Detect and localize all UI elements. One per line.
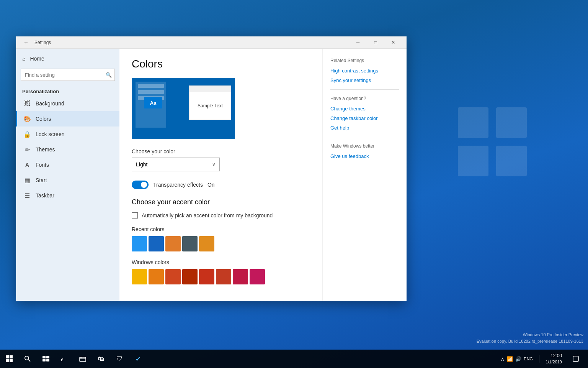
recent-swatch-2[interactable] xyxy=(165,236,181,251)
windows-colors-swatches xyxy=(132,269,310,284)
divider-2 xyxy=(330,137,399,137)
sidebar-item-lock-screen[interactable]: 🔒 Lock screen xyxy=(16,127,119,142)
close-button[interactable]: ✕ xyxy=(384,36,402,49)
preview-sidebar: Aa xyxy=(136,82,166,128)
minimize-button[interactable]: ─ xyxy=(349,36,367,49)
auto-accent-checkbox[interactable] xyxy=(132,212,138,219)
preview-sidebar-item-2 xyxy=(138,90,164,94)
language-label[interactable]: ENG xyxy=(524,356,533,361)
sidebar-item-themes[interactable]: ✏ Themes xyxy=(16,142,119,157)
color-dropdown-value: Light xyxy=(136,161,147,168)
sidebar-item-label-fonts: Fonts xyxy=(36,162,49,168)
volume-icon[interactable]: 🔊 xyxy=(515,356,521,362)
check-button[interactable]: ✔ xyxy=(129,350,147,368)
edge-button[interactable]: e xyxy=(55,350,74,368)
sidebar-item-fonts[interactable]: A Fonts xyxy=(16,157,119,172)
color-dropdown[interactable]: Light ∨ xyxy=(132,158,220,171)
related-settings-title: Related Settings xyxy=(330,58,399,63)
toggle-knob xyxy=(141,182,147,188)
auto-accent-label: Automatically pick an accent color from … xyxy=(142,212,273,219)
preview-window: Sample Text xyxy=(189,85,231,120)
taskbar-date: 1/1/2019 xyxy=(546,359,562,365)
edge-icon: e xyxy=(61,355,68,362)
auto-accent-row[interactable]: Automatically pick an accent color from … xyxy=(132,212,310,219)
recent-swatch-1[interactable] xyxy=(149,236,164,251)
win-swatch-4[interactable] xyxy=(199,269,214,284)
sidebar-item-label-start: Start xyxy=(36,177,47,183)
recent-swatch-4[interactable] xyxy=(199,236,214,251)
task-view-icon xyxy=(42,356,49,361)
divider-1 xyxy=(330,89,399,90)
win-swatch-1[interactable] xyxy=(149,269,164,284)
svg-rect-13 xyxy=(46,359,49,361)
svg-rect-7 xyxy=(10,359,13,362)
search-button[interactable] xyxy=(18,350,37,368)
start-button[interactable] xyxy=(0,350,18,368)
recent-swatch-0[interactable] xyxy=(132,236,147,251)
svg-point-8 xyxy=(25,356,29,360)
lock-screen-icon: 🔒 xyxy=(23,130,31,138)
svg-rect-5 xyxy=(10,355,13,358)
recent-colors-swatches xyxy=(132,236,310,251)
accent-section-title: Choose your accent color xyxy=(132,198,310,206)
sidebar-item-colors[interactable]: 🎨 Colors xyxy=(16,111,119,127)
win-swatch-0[interactable] xyxy=(132,269,147,284)
svg-rect-10 xyxy=(42,356,46,358)
change-themes-link[interactable]: Change themes xyxy=(330,106,399,112)
preview-aa-box: Aa xyxy=(144,97,162,108)
start-icon: ▦ xyxy=(23,176,31,184)
feedback-link[interactable]: Give us feedback xyxy=(330,153,399,159)
taskbar-system-icons: ∧ 📶 🔊 ENG xyxy=(498,356,536,362)
search-input[interactable] xyxy=(21,69,115,81)
win-swatch-2[interactable] xyxy=(165,269,181,284)
win-swatch-6[interactable] xyxy=(233,269,248,284)
sidebar-item-label-themes: Themes xyxy=(36,146,55,153)
sidebar-item-label-lock-screen: Lock screen xyxy=(36,131,64,137)
taskbar-time: 12:00 xyxy=(546,353,562,359)
preview-sidebar-item-1 xyxy=(138,84,164,88)
svg-line-9 xyxy=(28,360,30,361)
notification-icon xyxy=(573,356,579,362)
shield-button[interactable]: 🛡 xyxy=(110,350,129,368)
get-help-link[interactable]: Get help xyxy=(330,125,399,131)
sidebar-item-background[interactable]: 🖼 Background xyxy=(16,96,119,111)
svg-rect-1 xyxy=(496,107,527,138)
task-view-button[interactable] xyxy=(37,350,55,368)
home-label: Home xyxy=(30,56,44,62)
background-icon: 🖼 xyxy=(23,100,31,107)
windows-colors-label: Windows colors xyxy=(132,259,310,265)
notification-button[interactable] xyxy=(567,350,585,368)
high-contrast-link[interactable]: High contrast settings xyxy=(330,68,399,74)
desktop-background: ← Settings ─ □ ✕ ⌂ Home 🔍 Pe xyxy=(0,0,588,368)
taskbar: e 🛍 🛡 ✔ ∧ 📶 🔊 ENG xyxy=(0,350,588,368)
taskbar-left: e 🛍 🛡 ✔ xyxy=(0,350,147,368)
maximize-button[interactable]: □ xyxy=(367,36,384,49)
change-taskbar-link[interactable]: Change taskbar color xyxy=(330,115,399,121)
sidebar-item-taskbar[interactable]: ☰ Taskbar xyxy=(16,188,119,203)
network-icon[interactable]: 📶 xyxy=(507,356,513,362)
sidebar-item-start[interactable]: ▦ Start xyxy=(16,172,119,188)
sidebar-section-title: Personalization xyxy=(16,84,119,96)
recent-swatch-3[interactable] xyxy=(182,236,198,251)
dropdown-arrow-icon: ∨ xyxy=(212,162,216,167)
sidebar-home-button[interactable]: ⌂ Home xyxy=(16,52,119,66)
sync-settings-link[interactable]: Sync your settings xyxy=(330,77,399,83)
chevron-up-icon[interactable]: ∧ xyxy=(501,356,505,362)
main-content: Colors Aa Sample Text xyxy=(119,49,322,301)
win-swatch-5[interactable] xyxy=(216,269,231,284)
win-swatch-3[interactable] xyxy=(182,269,198,284)
win-swatch-7[interactable] xyxy=(250,269,265,284)
win-version-line2: Evaluation copy. Build 18282.rs_prerelea… xyxy=(477,338,583,345)
windows-start-icon xyxy=(6,355,13,362)
preview-taskbar xyxy=(132,132,235,139)
have-question-title: Have a question? xyxy=(330,96,399,101)
back-button[interactable]: ← xyxy=(21,37,31,48)
store-button[interactable]: 🛍 xyxy=(92,350,110,368)
transparency-toggle[interactable] xyxy=(132,181,149,189)
title-bar-left: ← Settings xyxy=(21,37,51,48)
taskbar-clock[interactable]: 12:00 1/1/2019 xyxy=(542,353,565,365)
svg-rect-17 xyxy=(573,356,578,361)
explorer-button[interactable] xyxy=(74,350,92,368)
sidebar-item-label-background: Background xyxy=(36,100,64,107)
page-title: Colors xyxy=(132,58,310,70)
